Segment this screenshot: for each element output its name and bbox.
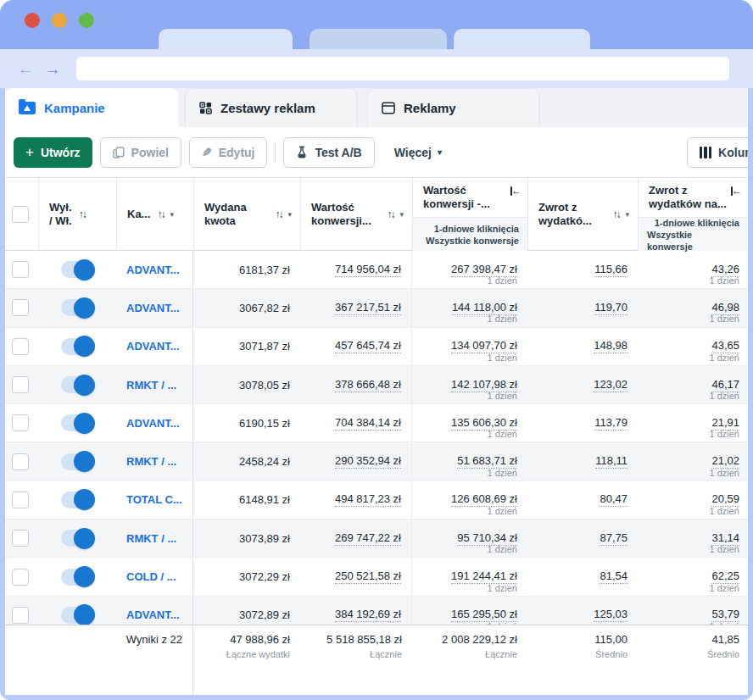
column-header-roas-attr[interactable]: Zwrot zwydatków na... ← 1-dniowe kliknię… [638,178,748,251]
column-header-spend[interactable]: Wydanakwota ↑↓ ▾ [193,178,300,251]
campaign-toggle[interactable] [61,530,93,547]
roas-cell: 87,75 [527,519,638,557]
forward-arrow-icon[interactable]: → [42,61,63,77]
campaign-name-link[interactable]: TOTAL C... [126,493,182,506]
row-checkbox[interactable] [12,299,29,316]
more-button[interactable]: Więcej ▾ [382,137,454,168]
close-window-button[interactable] [25,13,40,28]
duplicate-button[interactable]: Powiel [100,137,181,168]
row-checkbox[interactable] [12,530,29,547]
attribution-window: 1 dzień [710,314,739,324]
row-checkbox[interactable] [12,607,29,624]
campaign-name-link[interactable]: ADVANT... [126,340,180,353]
spend-cell: 3072,29 zł [193,558,300,595]
spend-value: 6181,37 zł [239,264,290,276]
toggle-cell [38,597,116,625]
conversion-value-attr-cell: 267 398,47 zł1 dzień [412,251,527,288]
row-select-cell [5,289,38,326]
roas-value: 148,98 [594,339,628,353]
campaign-toggle[interactable] [61,299,93,316]
campaign-toggle[interactable] [61,492,93,508]
campaign-name-link[interactable]: COLD / ... [126,570,176,583]
column-header-roas[interactable]: Zwrot zwydatkó... ↑↓ ▾ [527,178,638,251]
roas-attr-value: 21,91 [711,416,739,431]
campaign-name-link[interactable]: ADVANT... [126,264,180,276]
action-toolbar: + Utwórz Powiel ✎ Edytuj [5,127,748,178]
footer-spend-total: 47 988,96 zł Łączne wydatki [193,625,300,695]
spend-value: 6190,15 zł [239,417,290,430]
campaign-name-link[interactable]: ADVANT... [126,608,180,621]
campaign-toggle[interactable] [61,569,93,586]
row-checkbox[interactable] [12,376,29,393]
column-header-toggle[interactable]: Wył./ Wł. ↑↓ [38,178,116,251]
campaign-name-link[interactable]: RMKT / ... [126,455,176,468]
campaign-toggle[interactable] [61,376,93,393]
maximize-window-button[interactable] [79,13,94,28]
tab-reklamy[interactable]: Reklamy [367,88,539,127]
column-header-conversion-value-attr[interactable]: Wartośćkonwersji -... ← 1-dniowe kliknię… [412,178,527,251]
tab-kampanie[interactable]: Kampanie [5,88,178,127]
row-checkbox[interactable] [12,453,29,470]
row-checkbox[interactable] [12,492,29,508]
campaign-name-cell: ADVANT... [116,404,193,442]
roas-attr-cell: 62,251 dzień [638,558,748,595]
row-checkbox[interactable] [12,414,29,431]
campaign-name-cell: ADVANT... [116,597,193,625]
select-all-cell [5,178,38,251]
minimize-window-button[interactable] [52,13,67,28]
campaign-toggle[interactable] [61,607,93,624]
pin-left-icon[interactable]: ← [510,186,522,196]
row-checkbox[interactable] [12,569,29,586]
campaign-name-link[interactable]: RMKT / ... [126,379,176,392]
chevron-down-icon[interactable]: ▾ [399,210,404,219]
roas-value: 81,54 [600,569,628,584]
address-bar[interactable] [76,57,729,81]
browser-tab[interactable] [454,29,590,49]
browser-tab[interactable] [310,29,447,49]
campaign-toggle[interactable] [61,261,93,278]
browser-tab[interactable] [159,29,293,49]
column-label: Wył./ Wł. [49,201,72,228]
column-header-campaign[interactable]: Ka... ↑↓ ▾ [116,178,193,251]
pencil-icon: ✎ [202,147,212,158]
campaign-name-link[interactable]: RMKT / ... [126,532,176,545]
create-button[interactable]: + Utwórz [14,137,92,168]
campaign-toggle[interactable] [61,338,93,355]
conversion-value: 290 352,94 zł [335,454,401,469]
column-label: Zwrot zwydatkó... [538,201,592,228]
tab-zestawy-reklam[interactable]: Zestawy reklam [185,88,357,127]
tab-label: Reklamy [404,101,456,115]
conversion-value: 367 217,51 zł [335,301,401,315]
back-arrow-icon[interactable]: ← [15,61,36,77]
roas-attr-cell: 31,141 dzień [638,519,748,557]
campaign-toggle[interactable] [61,414,93,431]
attribution-window: 1 dzień [488,391,517,401]
edit-button[interactable]: ✎ Edytuj [189,137,268,168]
column-header-conversion-value[interactable]: Wartośćkonwersji... ↑↓ ▾ [300,178,412,251]
pin-left-icon[interactable]: ← [731,186,742,196]
row-checkbox[interactable] [12,261,29,278]
campaign-name-link[interactable]: ADVANT... [126,302,180,314]
attribution-window: 1 dzień [488,314,517,324]
row-checkbox[interactable] [12,338,29,355]
chevron-down-icon[interactable]: ▾ [625,210,629,219]
chevron-down-icon[interactable]: ▾ [287,210,292,219]
conversion-value: 714 956,04 zł [335,263,401,277]
ads-manager-page: Kampanie Zestawy reklam [5,88,748,695]
columns-button[interactable]: Kolumny [687,137,748,168]
roas-attr-cell: 46,981 dzień [638,289,748,326]
ab-test-button[interactable]: Test A/B [283,137,374,168]
select-all-checkbox[interactable] [12,206,29,223]
spend-value: 3072,29 zł [239,570,290,583]
conversion-value-cell: 457 645,74 zł [300,328,412,365]
chevron-down-icon[interactable]: ▾ [170,210,174,219]
spend-cell: 6148,91 zł [193,481,300,519]
columns-button-label: Kolumny [718,146,748,159]
conversion-value-attr: 267 398,47 zł [451,263,517,277]
conversion-value: 269 747,22 zł [335,531,401,546]
conversion-value-attr: 142 107,98 zł [451,378,517,392]
campaign-name-link[interactable]: ADVANT... [126,417,180,430]
table-row: ADVANT...6190,15 zł704 384,14 zł135 606,… [5,404,748,442]
campaign-toggle[interactable] [61,453,93,470]
campaign-name-cell: ADVANT... [116,328,193,365]
